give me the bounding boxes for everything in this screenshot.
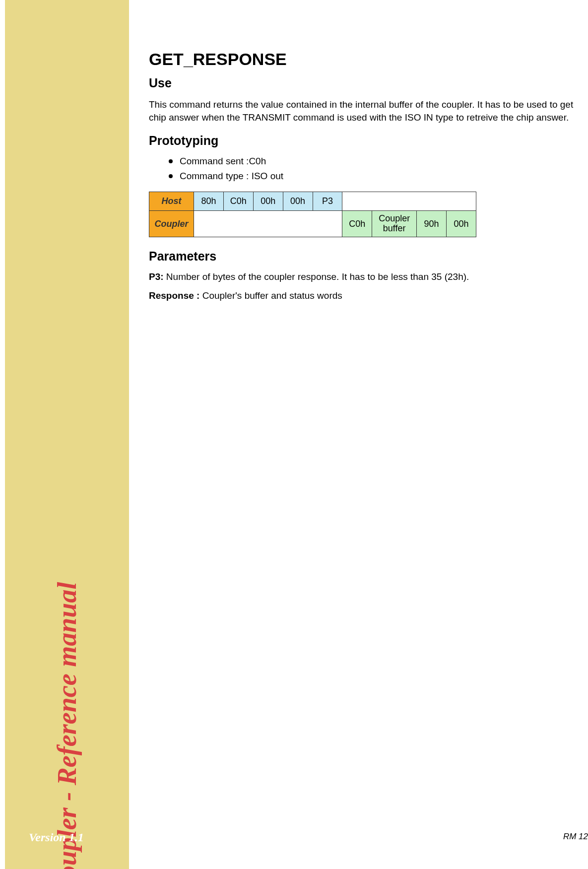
- page-title: GET_RESPONSE: [149, 50, 576, 69]
- use-text: This command returns the value contained…: [149, 98, 576, 124]
- coupler-cell: Coupler buffer: [372, 211, 417, 237]
- host-cell: 00h: [253, 192, 283, 211]
- coupler-cell: C0h: [342, 211, 372, 237]
- table-row-host: Host 80h C0h 00h 00h P3: [149, 192, 476, 211]
- host-cell: 80h: [194, 192, 223, 211]
- coupler-cell: 00h: [447, 211, 476, 237]
- host-cell: 00h: [283, 192, 313, 211]
- coupler-label-cell: Coupler: [149, 211, 194, 237]
- host-cell: P3: [313, 192, 342, 211]
- prototyping-table: Host 80h C0h 00h 00h P3 Coupler C0h Coup…: [149, 192, 476, 237]
- table-row-coupler: Coupler C0h Coupler buffer 90h 00h: [149, 211, 476, 237]
- empty-cell: [342, 192, 476, 211]
- host-label-cell: Host: [149, 192, 194, 211]
- response-param: Response : Coupler's buffer and status w…: [149, 290, 576, 301]
- main-content: GET_RESPONSE Use This command returns th…: [149, 50, 576, 309]
- prototyping-heading: Prototyping: [149, 134, 576, 148]
- p3-label: P3:: [149, 271, 164, 282]
- response-text: Coupler's buffer and status words: [199, 290, 342, 301]
- page-footer: RM 12: [563, 832, 588, 842]
- response-label: Response :: [149, 290, 199, 301]
- sidebar-title: Coupler - Reference manual: [52, 582, 82, 869]
- host-cell: C0h: [223, 192, 253, 211]
- bullet-item: Command sent :C0h: [169, 156, 576, 167]
- empty-cell: [194, 211, 342, 237]
- sidebar: Coupler - Reference manual Version 1.1: [5, 0, 129, 869]
- prototyping-bullets: Command sent :C0h Command type : ISO out: [169, 156, 576, 182]
- coupler-cell: 90h: [417, 211, 447, 237]
- p3-param: P3: Number of bytes of the coupler respo…: [149, 271, 576, 282]
- bullet-item: Command type : ISO out: [169, 171, 576, 182]
- p3-text: Number of bytes of the coupler response.…: [164, 271, 469, 282]
- version-label: Version 1.1: [29, 831, 84, 844]
- parameters-heading: Parameters: [149, 249, 576, 264]
- use-heading: Use: [149, 76, 576, 90]
